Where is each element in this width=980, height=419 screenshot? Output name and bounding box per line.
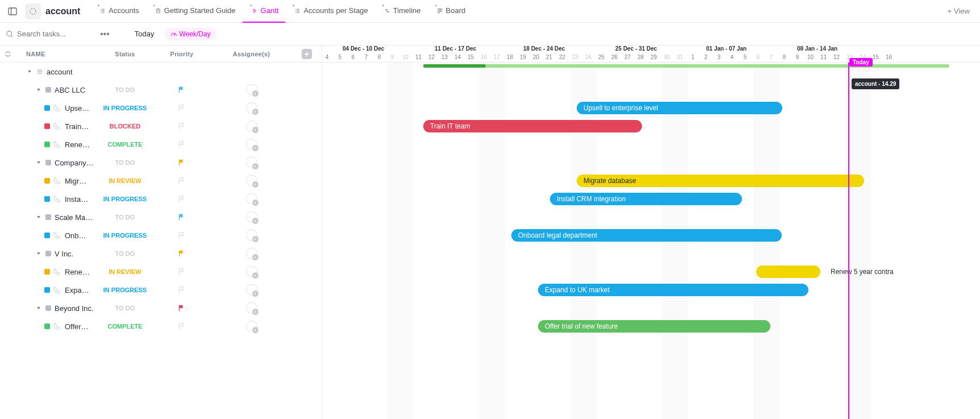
assignee-add-icon[interactable] xyxy=(246,302,257,314)
assignee-cell[interactable] xyxy=(207,211,295,223)
gantt-bar[interactable]: Onboard legal department xyxy=(511,229,782,242)
sidebar-toggle-icon[interactable] xyxy=(5,3,20,19)
task-row[interactable]: Train…BLOCKED xyxy=(0,117,322,135)
priority-cell[interactable] xyxy=(156,322,207,330)
tab-getting-started-guide[interactable]: Getting Started Guide xyxy=(146,0,243,23)
group-row[interactable]: ABC LLCTO DO xyxy=(0,81,322,99)
tab-accounts-per-stage[interactable]: Accounts per Stage xyxy=(285,0,374,23)
gantt-bar[interactable]: Train IT team xyxy=(423,120,642,132)
assignee-cell[interactable] xyxy=(207,121,295,132)
assignee-cell[interactable] xyxy=(207,266,295,277)
assignee-cell[interactable] xyxy=(207,175,295,186)
status-cell[interactable]: COMPLETE xyxy=(94,323,156,330)
view-mode-chip[interactable]: Week/Day xyxy=(165,28,216,40)
status-cell[interactable]: COMPLETE xyxy=(94,141,156,148)
assignee-cell[interactable] xyxy=(207,248,295,259)
more-options-button[interactable]: ••• xyxy=(97,29,113,39)
tab-board[interactable]: Board xyxy=(428,0,473,23)
gantt-panel[interactable]: 04 Dec - 10 Dec11 Dec - 17 Dec18 Dec - 2… xyxy=(322,45,980,419)
add-column-button[interactable]: + xyxy=(295,49,318,59)
task-row[interactable]: Offer…COMPLETE xyxy=(0,317,322,335)
assignee-cell[interactable] xyxy=(207,84,295,96)
task-row[interactable]: Rene…COMPLETE xyxy=(0,135,322,154)
assignee-cell[interactable] xyxy=(207,193,295,205)
search-input[interactable] xyxy=(17,30,85,38)
assignee-add-icon[interactable] xyxy=(246,139,257,150)
caret-icon[interactable] xyxy=(35,250,42,257)
group-row[interactable]: V Inc.TO DO xyxy=(0,244,322,263)
gantt-bar[interactable]: Offer trial of new feature xyxy=(538,320,770,333)
status-cell[interactable]: IN PROGRESS xyxy=(94,287,156,293)
status-cell[interactable]: IN PROGRESS xyxy=(94,105,156,111)
caret-icon[interactable] xyxy=(26,68,33,75)
priority-cell[interactable] xyxy=(156,140,207,148)
assignee-add-icon[interactable] xyxy=(246,121,257,132)
assignee-add-icon[interactable] xyxy=(246,84,257,96)
today-pill[interactable]: Today xyxy=(849,58,873,67)
col-assignee-header[interactable]: Assignee(s) xyxy=(207,51,295,57)
status-cell[interactable]: TO DO xyxy=(94,305,156,312)
assignee-add-icon[interactable] xyxy=(246,175,257,186)
assignee-cell[interactable] xyxy=(207,321,295,332)
task-row[interactable]: Migr…IN REVIEW xyxy=(0,172,322,190)
gantt-bar[interactable]: Migrate database xyxy=(577,175,864,187)
priority-cell[interactable] xyxy=(156,159,207,167)
group-row[interactable]: Company …TO DO xyxy=(0,154,322,172)
gantt-bar[interactable]: Upsell to enterprise level xyxy=(577,102,782,114)
priority-cell[interactable] xyxy=(156,286,207,294)
tab-gantt[interactable]: Gantt xyxy=(243,0,286,23)
status-cell[interactable]: IN REVIEW xyxy=(94,177,156,184)
priority-cell[interactable] xyxy=(156,250,207,258)
task-row[interactable]: Insta…IN PROGRESS xyxy=(0,190,322,208)
col-status-header[interactable]: Status xyxy=(94,51,156,57)
caret-icon[interactable] xyxy=(35,305,42,312)
assignee-add-icon[interactable] xyxy=(246,102,257,114)
assignee-add-icon[interactable] xyxy=(246,157,257,168)
doc-title[interactable]: account xyxy=(45,6,80,16)
col-priority-header[interactable]: Priority xyxy=(156,51,207,57)
add-view-button[interactable]: + View xyxy=(941,7,975,15)
assignee-add-icon[interactable] xyxy=(246,230,257,241)
expand-all-icon[interactable] xyxy=(0,51,16,57)
col-name-header[interactable]: NAME xyxy=(16,51,94,57)
status-cell[interactable]: TO DO xyxy=(94,214,156,221)
gantt-bar[interactable]: Expand to UK market xyxy=(538,284,808,296)
tab-accounts[interactable]: Accounts xyxy=(90,0,145,23)
status-cell[interactable]: BLOCKED xyxy=(94,123,156,130)
caret-icon[interactable] xyxy=(35,86,42,93)
priority-cell[interactable] xyxy=(156,268,207,276)
assignee-cell[interactable] xyxy=(207,139,295,150)
status-cell[interactable]: IN PROGRESS xyxy=(94,196,156,202)
search-wrap[interactable] xyxy=(6,30,91,38)
priority-cell[interactable] xyxy=(156,231,207,239)
status-cell[interactable]: IN PROGRESS xyxy=(94,232,156,239)
gantt-bar[interactable] xyxy=(756,265,820,278)
caret-icon[interactable] xyxy=(35,159,42,166)
group-row[interactable]: account xyxy=(0,63,322,81)
tab-timeline[interactable]: Timeline xyxy=(375,0,428,23)
assignee-cell[interactable] xyxy=(207,230,295,241)
task-row[interactable]: Expa…IN PROGRESS xyxy=(0,281,322,299)
group-row[interactable]: Beyond Inc.TO DO xyxy=(0,299,322,317)
assignee-add-icon[interactable] xyxy=(246,193,257,205)
assignee-cell[interactable] xyxy=(207,284,295,296)
assignee-cell[interactable] xyxy=(207,102,295,114)
group-row[interactable]: Scale Mar…TO DO xyxy=(0,208,322,226)
priority-cell[interactable] xyxy=(156,304,207,312)
caret-icon[interactable] xyxy=(35,214,42,221)
priority-cell[interactable] xyxy=(156,213,207,221)
status-cell[interactable]: IN REVIEW xyxy=(94,268,156,275)
task-row[interactable]: Upse…IN PROGRESS xyxy=(0,99,322,117)
assignee-add-icon[interactable] xyxy=(246,266,257,277)
today-button[interactable]: Today xyxy=(130,27,159,40)
status-cell[interactable]: TO DO xyxy=(94,159,156,166)
task-row[interactable]: Onb…IN PROGRESS xyxy=(0,226,322,244)
assignee-add-icon[interactable] xyxy=(246,248,257,259)
status-cell[interactable]: TO DO xyxy=(94,250,156,257)
priority-cell[interactable] xyxy=(156,195,207,203)
gantt-bar[interactable]: Install CRM integration xyxy=(550,193,742,205)
priority-cell[interactable] xyxy=(156,104,207,112)
assignee-add-icon[interactable] xyxy=(246,211,257,223)
assignee-add-icon[interactable] xyxy=(246,321,257,332)
status-cell[interactable]: TO DO xyxy=(94,86,156,93)
